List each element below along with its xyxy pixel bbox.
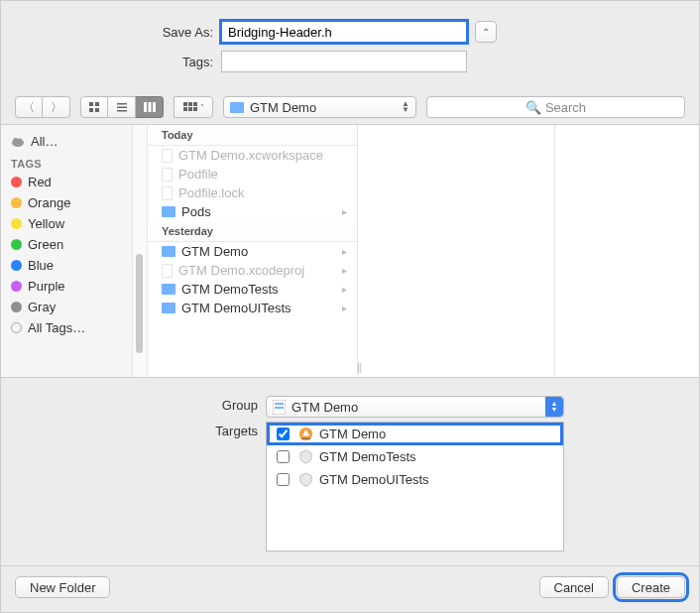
- chevron-right-icon: ▸: [342, 284, 347, 295]
- target-row[interactable]: GTM Demo: [267, 423, 563, 445]
- target-row[interactable]: GTM DemoUITests: [267, 468, 563, 491]
- file-icon: [162, 186, 173, 200]
- sidebar-tag-green[interactable]: Green: [1, 234, 132, 255]
- save-as-label: Save As:: [1, 25, 221, 40]
- group-header: Today: [148, 125, 357, 146]
- view-columns-icon: [143, 101, 157, 113]
- tags-label: Tags:: [1, 55, 221, 69]
- target-checkbox[interactable]: [277, 473, 290, 486]
- sidebar-label: Blue: [28, 258, 54, 273]
- svg-rect-11: [188, 102, 192, 106]
- tag-dot-icon: [11, 177, 22, 187]
- arrange-icon: [183, 102, 197, 112]
- chevron-up-icon: ⌃: [482, 27, 490, 38]
- sidebar-label: All…: [31, 134, 58, 149]
- svg-rect-9: [153, 102, 156, 112]
- search-input[interactable]: 🔍 Search: [426, 96, 685, 118]
- sidebar-tag-orange[interactable]: Orange: [1, 192, 132, 213]
- targets-list: GTM Demo GTM DemoTests GTM DemoUITests: [266, 422, 564, 552]
- svg-rect-13: [183, 107, 187, 111]
- sidebar-tag-yellow[interactable]: Yellow: [1, 213, 132, 234]
- list-item[interactable]: GTM DemoTests▸: [148, 280, 357, 299]
- test-target-icon: [298, 449, 313, 464]
- svg-rect-6: [117, 110, 127, 112]
- sidebar-label: Yellow: [28, 216, 64, 231]
- column-scrollbar[interactable]: [133, 125, 148, 377]
- arrange-button[interactable]: ˅: [174, 96, 213, 118]
- view-list-button[interactable]: [108, 96, 136, 118]
- target-row[interactable]: GTM DemoTests: [267, 445, 563, 468]
- svg-rect-7: [144, 102, 147, 112]
- workspace-file-icon: [162, 149, 173, 163]
- list-item[interactable]: GTM DemoUITests▸: [148, 299, 357, 317]
- file-name: GTM DemoUITests: [181, 301, 292, 315]
- sidebar-label: Green: [28, 237, 63, 252]
- nav-forward-button[interactable]: 〉: [43, 96, 70, 118]
- svg-rect-20: [275, 403, 284, 405]
- svg-rect-8: [148, 102, 151, 112]
- cloud-icon: [11, 136, 25, 148]
- location-popup[interactable]: GTM Demo ▲▼: [223, 96, 416, 118]
- svg-rect-4: [117, 103, 127, 105]
- tags-input[interactable]: [221, 51, 467, 72]
- svg-rect-15: [193, 107, 197, 111]
- updown-icon: ▲▼: [545, 397, 563, 417]
- sidebar-all[interactable]: All…: [1, 131, 132, 152]
- target-name: GTM DemoTests: [319, 449, 416, 464]
- file-name: Podfile: [178, 167, 218, 182]
- list-item[interactable]: GTM Demo.xcworkspace: [148, 146, 357, 165]
- new-folder-button[interactable]: New Folder: [15, 576, 110, 598]
- target-checkbox[interactable]: [277, 450, 290, 463]
- svg-rect-3: [95, 108, 99, 112]
- save-as-input[interactable]: [221, 21, 467, 43]
- chevron-right-icon: ▸: [342, 265, 347, 276]
- updown-icon: ▲▼: [402, 101, 409, 113]
- file-name: GTM DemoTests: [181, 282, 279, 297]
- sidebar-tag-purple[interactable]: Purple: [1, 276, 132, 297]
- folder-icon: [162, 303, 175, 313]
- list-item[interactable]: GTM Demo▸: [148, 242, 357, 261]
- svg-rect-12: [193, 102, 197, 106]
- view-icons-button[interactable]: [80, 96, 108, 118]
- svg-rect-0: [89, 102, 93, 106]
- file-icon: [162, 168, 173, 182]
- create-button[interactable]: Create: [617, 576, 685, 598]
- tag-dot-icon: [11, 197, 22, 208]
- group-label: Group: [1, 396, 266, 413]
- list-item[interactable]: GTM Demo.xcodeproj▸: [148, 261, 357, 280]
- file-name: Podfile.lock: [178, 185, 244, 200]
- sidebar-label: Purple: [28, 279, 65, 294]
- tag-dot-icon: [11, 281, 22, 292]
- view-icons-icon: [88, 101, 100, 113]
- chevron-right-icon: ▸: [342, 303, 347, 313]
- svg-rect-21: [275, 407, 284, 409]
- svg-rect-5: [117, 107, 127, 109]
- svg-rect-1: [95, 102, 99, 106]
- scroll-thumb[interactable]: [136, 254, 143, 353]
- sidebar-label: Orange: [28, 195, 70, 210]
- list-item[interactable]: Pods▸: [148, 202, 357, 221]
- cancel-button[interactable]: Cancel: [539, 576, 609, 598]
- swift-file-icon: [273, 400, 286, 415]
- folder-icon: [162, 284, 175, 295]
- disclose-toggle[interactable]: ⌃: [475, 21, 497, 43]
- sidebar-tag-red[interactable]: Red: [1, 172, 132, 192]
- nav-back-button[interactable]: 〈: [15, 96, 43, 118]
- folder-icon: [162, 206, 175, 217]
- list-item[interactable]: Podfile: [148, 165, 357, 184]
- chevron-down-icon: ˅: [200, 103, 204, 112]
- column-3: [555, 125, 699, 377]
- tag-dot-icon: [11, 239, 22, 250]
- group-popup[interactable]: GTM Demo ▲▼: [266, 396, 564, 418]
- list-item[interactable]: Podfile.lock: [148, 184, 357, 202]
- target-checkbox[interactable]: [277, 428, 290, 440]
- folder-icon: [230, 102, 244, 113]
- sidebar-all-tags[interactable]: All Tags…: [1, 317, 132, 338]
- test-target-icon: [298, 472, 313, 487]
- group-header: Yesterday: [148, 221, 357, 242]
- chevron-right-icon: ▸: [342, 246, 347, 257]
- sidebar-label: Gray: [28, 300, 56, 314]
- sidebar-tag-gray[interactable]: Gray: [1, 297, 132, 317]
- sidebar-tag-blue[interactable]: Blue: [1, 255, 132, 276]
- view-columns-button[interactable]: [136, 96, 164, 118]
